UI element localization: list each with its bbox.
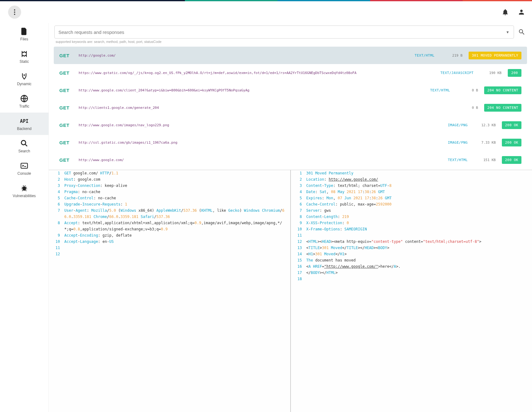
code-line: 10X-Frame-Options: SAMEORIGIN	[291, 226, 532, 232]
code-line: 12<HTML><HEAD><meta http-equiv="content-…	[291, 238, 532, 245]
static-icon	[20, 49, 29, 58]
request-url: http://ssl.gstatic.com/gb/images/i1_1967…	[79, 141, 442, 145]
traffic-icon	[20, 94, 29, 103]
request-status-badge: 301 MOVED PERMANENTLY	[469, 52, 521, 59]
code-line: 11	[49, 245, 290, 251]
request-row[interactable]: GEThttp://www.google.com/images/nav_logo…	[54, 116, 527, 134]
request-status-badge: 204 NO CONTENT	[484, 86, 521, 94]
sidebar-item-label: Backend	[17, 127, 32, 131]
request-size: 0 B	[456, 106, 478, 110]
response-pane[interactable]: 1301 Moved Permanently2Location: http://…	[290, 170, 532, 412]
code-line: 18	[291, 276, 532, 282]
code-line: 2Host: google.com	[49, 176, 290, 183]
request-content-type: TEXT/HTML	[415, 53, 434, 58]
request-size: 219 B	[441, 53, 462, 58]
notifications-button[interactable]	[501, 8, 510, 16]
sidebar-item-traffic[interactable]: Traffic	[0, 90, 48, 113]
profile-button[interactable]	[517, 8, 526, 16]
request-size: 151 KB	[474, 158, 496, 162]
request-status-badge: 200 OK	[502, 156, 521, 164]
request-content-type: TEXT/HTML	[430, 88, 450, 92]
dropdown-caret-icon[interactable]: ▾	[505, 30, 510, 35]
request-row[interactable]: GEThttp://www.google.com/client_204?&aty…	[54, 81, 527, 99]
code-line: 17</BODY></HTML>	[291, 270, 532, 276]
search-button[interactable]	[517, 27, 526, 37]
sidebar-item-static[interactable]: Static	[0, 45, 48, 68]
request-size: 190 KB	[480, 71, 502, 75]
sidebar-item-files[interactable]: Files	[0, 23, 48, 45]
code-line: 5Expires: Mon, 07 Jun 2021 17:38:26 GMT	[291, 195, 532, 201]
sidebar-item-label: Vulnerabilities	[13, 194, 36, 198]
code-line: 13<TITLE>301 Moved</TITLE></HEAD><BODY>	[291, 245, 532, 251]
sidebar-item-console[interactable]: Console	[0, 157, 48, 180]
request-url: http://google.com/	[79, 53, 408, 58]
request-method: GET	[59, 123, 72, 128]
sidebar-item-label: Dynamic	[17, 82, 32, 86]
request-content-type: IMAGE/PNG	[448, 141, 468, 145]
code-line: 9Accept-Encoding: gzip, deflate	[49, 232, 290, 238]
code-line: 9X-XSS-Protection: 0	[291, 220, 532, 226]
request-row[interactable]: GEThttps://www.gstatic.com/og/_/js/k=og.…	[54, 64, 527, 81]
bell-icon	[502, 8, 509, 16]
sidebar-item-label: Console	[17, 171, 31, 176]
svg-text:API: API	[20, 118, 28, 124]
search-icon	[518, 28, 525, 36]
request-row[interactable]: GEThttp://www.google.com/TEXT/HTML151 KB…	[54, 151, 527, 169]
sidebar-item-backend[interactable]: APIBackend	[0, 113, 48, 135]
code-line: 10Accept-Language: en-US	[49, 238, 290, 245]
svg-rect-4	[21, 163, 28, 168]
vulnerabilities-icon	[20, 184, 29, 192]
sidebar-item-vulnerabilities[interactable]: Vulnerabilities	[0, 180, 48, 202]
sidebar-item-search[interactable]: Search	[0, 135, 48, 157]
menu-button[interactable]	[8, 6, 21, 19]
code-line: 2Location: http://www.google.com/	[291, 176, 532, 183]
request-method: GET	[59, 140, 72, 145]
request-url: https://www.gstatic.com/og/_/js/k=og.og2…	[79, 71, 434, 75]
request-url: http://www.google.com/	[79, 158, 442, 162]
sidebar-item-label: Files	[20, 37, 28, 41]
code-line: 12	[49, 251, 290, 257]
sidebar-item-label: Traffic	[19, 104, 30, 109]
dynamic-icon	[20, 72, 29, 81]
request-url: http://clients1.google.com/generate_204	[79, 106, 450, 110]
request-row[interactable]: GEThttp://ssl.gstatic.com/gb/images/i1_1…	[54, 134, 527, 151]
request-size: 12.3 KB	[474, 123, 496, 127]
code-line: 16<A HREF="http://www.google.com/">here<…	[291, 263, 532, 270]
request-method: GET	[59, 70, 72, 76]
search-input[interactable]	[58, 30, 505, 35]
request-pane[interactable]: 1GET google.com/ HTTP/1.12Host: google.c…	[49, 170, 290, 412]
request-row[interactable]: GEThttp://clients1.google.com/generate_2…	[54, 99, 527, 116]
code-line: 8Content-Length: 219	[291, 214, 532, 220]
request-method: GET	[59, 53, 72, 58]
code-line: 1301 Moved Permanently	[291, 170, 532, 176]
request-status-badge: 204 NO CONTENT	[484, 104, 521, 112]
app-header	[0, 1, 532, 23]
person-icon	[518, 8, 525, 16]
request-status-badge: 200	[508, 69, 521, 77]
sidebar-item-dynamic[interactable]: Dynamic	[0, 68, 48, 90]
request-size: 0 B	[456, 88, 478, 92]
code-line: 5Cache-Control: no-cache	[49, 195, 290, 201]
svg-point-0	[24, 74, 25, 76]
request-method: GET	[59, 88, 72, 93]
code-line: 1GET google.com/ HTTP/1.1	[49, 170, 290, 176]
request-status-badge: 200 OK	[502, 121, 521, 129]
request-row[interactable]: GEThttp://google.com/TEXT/HTML219 B301 M…	[54, 47, 527, 64]
request-content-type: IMAGE/PNG	[448, 123, 468, 127]
search-icon	[20, 139, 29, 148]
code-line: 6Upgrade-Insecure-Requests: 1	[49, 201, 290, 207]
request-method: GET	[59, 157, 72, 163]
request-content-type: TEXT/JAVASCRIPT	[440, 71, 474, 75]
code-line: 4Date: Sat, 08 May 2021 17:38:26 GMT	[291, 189, 532, 195]
code-line: 11	[291, 232, 532, 238]
code-line: 4Pragma: no-cache	[49, 189, 290, 195]
search-hint: supported keywords are: search, method, …	[49, 39, 532, 47]
sidebar-item-label: Static	[20, 59, 29, 64]
code-line: 7User-Agent: Mozilla/5.0 (Windows x86_64…	[49, 207, 290, 220]
search-box[interactable]: ▾	[54, 25, 514, 39]
files-icon	[20, 27, 29, 36]
request-size: 7.33 KB	[474, 141, 496, 145]
sidebar-item-label: Search	[18, 149, 30, 153]
sidebar: FilesStaticDynamicTrafficAPIBackendSearc…	[0, 23, 49, 412]
console-icon	[20, 161, 29, 170]
